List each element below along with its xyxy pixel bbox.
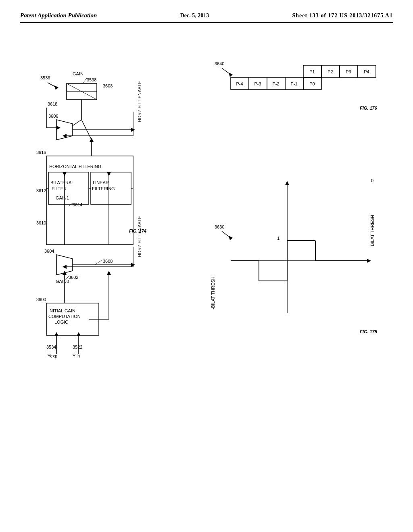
cell-p3: P3 [346, 69, 351, 74]
neg-bilat-thresh-label: -BILAT THRESH [211, 276, 215, 309]
date-label: Dec. 5, 2013 [180, 12, 209, 19]
page-header: Patent Application Publication Dec. 5, 2… [20, 12, 393, 23]
label-3608-top: 3608 [103, 83, 113, 88]
cell-p-3: P-3 [254, 81, 261, 86]
content-area: FIG. 174 3536 GAIN 3538 3608 HORZ FILT [20, 31, 393, 507]
cell-p-4: P-4 [236, 81, 243, 86]
svg-marker-50 [229, 73, 233, 77]
svg-marker-25 [63, 172, 67, 176]
svg-line-2 [83, 78, 87, 83]
label-3608-bot: 3608 [103, 259, 113, 264]
bilat-thresh-label: BILAT THRESH [370, 215, 375, 246]
horz-filt-enable-top: HORZ FILT ENABLE [137, 81, 142, 122]
horizontal-filtering-label: HORIZONTAL FILTERING [49, 164, 101, 169]
svg-marker-36 [63, 265, 67, 269]
label-gain1: GAIN1 [56, 195, 69, 200]
svg-marker-41 [63, 271, 67, 275]
svg-line-33 [95, 260, 102, 265]
svg-rect-17 [46, 156, 133, 245]
linear-filtering-label2: FILTERING [92, 186, 115, 191]
label-3610: 3610 [36, 220, 46, 225]
label-3616: 3616 [36, 150, 46, 155]
svg-marker-11 [56, 126, 60, 130]
publication-label: Patent Application Publication [20, 12, 97, 19]
label-3612: 3612 [36, 188, 46, 193]
fig176-title: FIG. 176 [360, 106, 378, 110]
linear-filtering-label: LINEAR [93, 180, 109, 185]
label-3536: 3536 [40, 75, 50, 80]
svg-marker-44 [107, 271, 111, 275]
page: Patent Application Publication Dec. 5, 2… [0, 0, 413, 532]
computation-label: COMPUTATION [48, 314, 81, 319]
label-3640: 3640 [215, 61, 224, 66]
logic-label: LOGIC [54, 320, 68, 324]
label-3538: 3538 [87, 77, 96, 82]
label-gain: GAIN [73, 71, 83, 76]
svg-marker-61 [229, 236, 233, 240]
label-3600: 3600 [36, 297, 46, 302]
label-3630: 3630 [215, 224, 224, 229]
label-3602: 3602 [69, 275, 78, 280]
cell-p1-top: P1 [309, 69, 315, 74]
svg-marker-48 [77, 332, 81, 336]
label-zero: 0 [371, 178, 373, 183]
label-3606: 3606 [48, 114, 58, 118]
svg-marker-27 [107, 172, 111, 176]
fig174-container: FIG. 174 3536 GAIN 3538 3608 HORZ FILT [20, 31, 206, 507]
label-3618: 3618 [48, 102, 57, 106]
label-one: 1 [277, 236, 280, 241]
cell-p2: P2 [327, 69, 333, 74]
label-3522: 3522 [73, 345, 82, 349]
svg-marker-46 [54, 332, 58, 336]
initial-gain-label: INITIAL GAIN [48, 308, 75, 313]
yexp-label: Yexp [48, 353, 57, 358]
svg-line-8 [73, 120, 81, 126]
cell-p0: P0 [309, 81, 315, 86]
svg-line-19 [69, 203, 73, 206]
label-3534: 3534 [46, 345, 56, 349]
right-svg: 3640 P-4 P-3 P-2 P-1 P0 [206, 31, 392, 495]
horz-filt-enable-bot: HORZ FILT ENABLE [137, 216, 142, 257]
label-3604: 3604 [44, 249, 54, 254]
bilateral-filter-label: BILATERAL [50, 180, 74, 185]
right-diagrams: 3640 P-4 P-3 P-2 P-1 P0 [206, 31, 393, 507]
fig174-svg: FIG. 174 3536 GAIN 3538 3608 HORZ FILT [24, 39, 210, 503]
label-gain0: GAIN0 [56, 279, 69, 284]
fig175-title: FIG. 175 [360, 329, 378, 334]
sheet-patent-label: Sheet 133 of 172 US 2013/321675 A1 [292, 12, 393, 19]
svg-marker-63 [285, 181, 289, 185]
svg-marker-16 [63, 134, 67, 138]
label-3614: 3614 [73, 202, 82, 207]
cell-p4: P4 [364, 69, 369, 74]
svg-marker-1 [54, 85, 58, 90]
cell-p-1: P-1 [290, 81, 297, 86]
cell-p-2: P-2 [272, 81, 279, 86]
